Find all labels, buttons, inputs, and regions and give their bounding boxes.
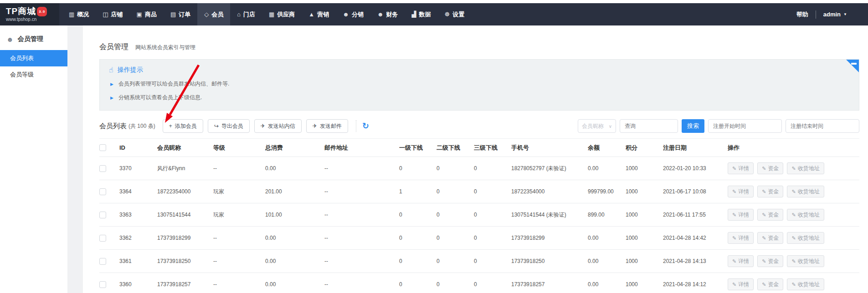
cell-nickname: 17373918299 — [157, 235, 213, 241]
row-action-button[interactable]: ✎详情 — [728, 186, 754, 197]
register-start-date-input[interactable] — [708, 119, 782, 133]
topnav-item-dashboard[interactable]: ▥概况 — [62, 3, 96, 25]
row-action-button[interactable]: ✎收货地址 — [787, 209, 824, 221]
cell-phone: 17373918250 — [511, 258, 588, 264]
refresh-icon[interactable]: ↻ — [362, 122, 369, 130]
brand-logo[interactable]: TP商城3.0 www.tpshop.cn — [0, 3, 59, 25]
send-email-icon: ✈ — [313, 123, 317, 129]
topnav-item-settings[interactable]: ☸设置 — [438, 3, 472, 25]
cell-email: -- — [324, 165, 399, 172]
topnav-item-finance[interactable]: ☻财务 — [370, 3, 405, 25]
row-action-button[interactable]: ✎收货地址 — [787, 162, 824, 174]
row-action-button[interactable]: ✎详情 — [728, 278, 754, 290]
row-checkbox[interactable] — [99, 235, 106, 242]
hand-pointer-icon: ☝ — [109, 66, 113, 74]
row-checkbox[interactable] — [99, 188, 106, 195]
column-header: 总消费 — [265, 144, 324, 152]
row-action-button[interactable]: ✎资金 — [757, 255, 783, 267]
column-header: 邮件地址 — [324, 144, 399, 152]
tips-collapse-corner[interactable] — [846, 60, 859, 72]
cell-l1: 0 — [399, 258, 437, 264]
row-action-button[interactable]: ✎资金 — [757, 232, 783, 244]
row-checkbox[interactable] — [99, 258, 106, 265]
send-email-button[interactable]: ✈发送邮件 — [306, 119, 348, 133]
row-action-button[interactable]: ✎资金 — [757, 278, 783, 290]
row-action-button[interactable]: ✎资金 — [757, 186, 783, 197]
row-action-button[interactable]: ✎详情 — [728, 232, 754, 244]
row-checkbox[interactable] — [99, 212, 106, 218]
row-action-button[interactable]: ✎资金 — [757, 162, 783, 174]
header-checkbox-cell — [99, 144, 119, 151]
sidebar-item[interactable]: 会员列表 — [0, 50, 67, 66]
column-header: 等级 — [213, 144, 265, 152]
row-actions: ✎详情✎资金✎收货地址 — [728, 255, 859, 267]
cell-reg: 2021-06-11 17:55 — [663, 212, 728, 218]
topnav-item-orders[interactable]: ▤订单 — [164, 3, 197, 25]
topnav-item-distribution[interactable]: ☻分销 — [336, 3, 370, 25]
topnav-item-stores[interactable]: ⌂门店 — [230, 3, 262, 25]
edit-icon: ✎ — [762, 282, 766, 288]
row-action-button[interactable]: ✎资金 — [757, 209, 783, 221]
search-button[interactable]: 搜索 — [682, 119, 704, 133]
column-header: 会员昵称 — [157, 144, 213, 152]
cell-level: -- — [213, 281, 265, 288]
edit-icon: ✎ — [762, 189, 766, 195]
plus-button[interactable]: +添加会员 — [163, 119, 203, 133]
topnav-item-goods[interactable]: ▣商品 — [130, 3, 164, 25]
topnav-item-supplier[interactable]: ▦供应商 — [262, 3, 302, 25]
topnav-item-shop[interactable]: ◫店铺 — [96, 3, 129, 25]
sidebar-gutter — [67, 25, 83, 293]
finance-icon: ☻ — [377, 11, 384, 18]
row-action-button[interactable]: ✎收货地址 — [787, 232, 824, 244]
edit-icon: ✎ — [762, 258, 766, 264]
row-checkbox[interactable] — [99, 281, 106, 288]
tip-item: ▶分销系统可以查看会员上下级信息. — [109, 94, 850, 101]
table-row: 336418722354000玩家201.00--100187223540009… — [99, 180, 859, 203]
page-title: 会员管理 — [99, 42, 128, 52]
sidebar-item[interactable]: 会员等级 — [0, 66, 67, 83]
cell-email: -- — [324, 212, 399, 218]
topnav-item-label: 设置 — [452, 10, 464, 19]
topnav-item-label: 财务 — [386, 10, 398, 19]
send-message-button[interactable]: ✈发送站内信 — [254, 119, 302, 133]
cell-balance: 0.00 — [588, 281, 626, 288]
cell-nickname: 风行&Flynn — [157, 165, 213, 172]
toolbar-button-label: 导出会员 — [221, 122, 243, 130]
table-row: 3370风行&Flynn--0.00--00018278052797 (未验证)… — [99, 157, 859, 180]
query-input[interactable] — [620, 119, 678, 133]
column-header: 积分 — [626, 144, 663, 152]
row-action-button[interactable]: ✎收货地址 — [787, 278, 824, 290]
tips-panel: ☝ 操作提示 ▶会员列表管理可以给会员群发站内信、邮件等.▶分销系统可以查看会员… — [99, 59, 859, 111]
row-action-button[interactable]: ✎收货地址 — [787, 186, 824, 197]
edit-icon: ✎ — [732, 258, 736, 264]
column-header: 注册日期 — [663, 144, 728, 152]
cell-l2: 0 — [437, 165, 474, 172]
row-checkbox[interactable] — [99, 165, 106, 172]
row-action-button[interactable]: ✎收货地址 — [787, 255, 824, 267]
topnav-item-marketing[interactable]: ▲营销 — [302, 3, 336, 25]
topnav-item-label: 门店 — [243, 10, 255, 19]
topnav-item-members[interactable]: ◇会员 — [197, 3, 230, 25]
row-action-button[interactable]: ✎详情 — [728, 209, 754, 221]
export-button[interactable]: ↪导出会员 — [208, 119, 250, 133]
register-end-date-input[interactable] — [786, 119, 859, 133]
topnav-item-label: 数据 — [419, 10, 431, 19]
search-field-select[interactable]: 会员昵称 ∨ — [578, 119, 616, 133]
row-action-button[interactable]: ✎详情 — [728, 255, 754, 267]
cell-l3: 0 — [474, 235, 511, 241]
tip-item: ▶会员列表管理可以给会员群发站内信、邮件等. — [109, 80, 850, 88]
tip-text: 会员列表管理可以给会员群发站内信、邮件等. — [118, 80, 229, 88]
shop-icon: ◫ — [103, 11, 108, 18]
column-header: 操作 — [728, 144, 859, 152]
row-action-button[interactable]: ✎详情 — [728, 162, 754, 174]
cell-l3: 0 — [474, 281, 511, 288]
help-link[interactable]: 帮助 — [796, 10, 808, 19]
topnav-item-data[interactable]: ▟数据 — [405, 3, 438, 25]
toolbar-button-label: 发送邮件 — [320, 122, 342, 130]
top-strip — [0, 0, 868, 3]
version-badge: 3.0 — [37, 7, 47, 16]
sidebar-group-member-management[interactable]: ☻ 会员管理 — [0, 25, 67, 50]
select-all-checkbox[interactable] — [99, 144, 106, 151]
row-action-label: 详情 — [738, 281, 749, 288]
user-menu[interactable]: admin▼ — [823, 11, 847, 18]
